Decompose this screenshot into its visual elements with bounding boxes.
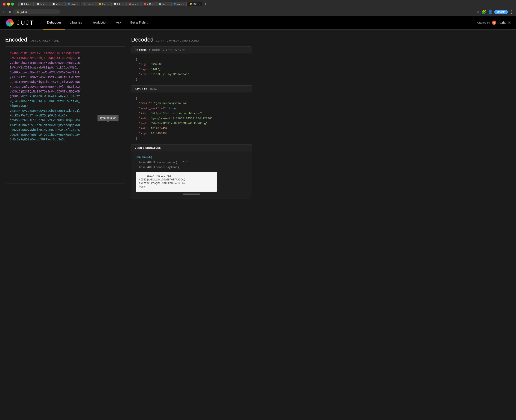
logo: JUJT [5, 18, 34, 27]
profile-icon[interactable]: 👤 [488, 10, 493, 14]
header-sublabel: ALGORITHM & TOKEN TYPE [149, 49, 185, 51]
browser-tab[interactable]: 🔧Use× [81, 2, 96, 6]
browser-tab[interactable]: 📧Inbo× [18, 2, 34, 6]
browser-tab[interactable]: 🔵solo× [65, 2, 80, 6]
lock-icon: 🔒 [16, 10, 19, 13]
verify-line2: base64UrlEncode(payload), [139, 166, 181, 169]
menu-icon[interactable]: ⋮ [509, 10, 513, 14]
browser-tab[interactable]: 📧Inbo× [34, 2, 49, 6]
logo-text: JUJT [17, 19, 34, 26]
auth0-logo-icon: A0 [492, 20, 497, 25]
verify-panel-body[interactable]: RSASHA256( base64UrlEncode(header) + "."… [131, 151, 252, 198]
nav-links: Debugger Libraries Introduction Ask Get … [43, 16, 477, 30]
payload-panel-body[interactable]: { "email": "jim.barton@solo.io", "email_… [131, 92, 252, 144]
star-icon[interactable]: ☆ [476, 10, 480, 14]
nav-link-ask[interactable]: Ask [112, 16, 126, 30]
pem-line1: -----BEGIN PUBLIC KEY----- [139, 174, 179, 178]
logo-icon [5, 18, 15, 27]
payload-section: PAYLOAD: DATA { "email": "jim.barton@sol… [131, 86, 252, 145]
encoded-title: Encoded [5, 36, 27, 43]
payload-email: jim.barton@solo.io [156, 102, 186, 105]
verify-line1: base64UrlEncode(header) + "." + [139, 161, 191, 164]
new-tab-button[interactable]: + [203, 2, 208, 6]
decoded-subtitle: EDIT THE PAYLOAD AND SECRET [156, 39, 200, 42]
verify-panel-header: VERIFY SIGNATURE [131, 144, 252, 151]
extension-icon[interactable]: 🧩 [482, 10, 486, 14]
back-button[interactable]: ‹ [3, 10, 4, 14]
jwt-dot-1: . [76, 56, 78, 60]
traffic-lights [3, 3, 14, 6]
decoded-panel: HEADER: ALGORITHM & TOKEN TYPE { "alg": … [131, 46, 252, 198]
jwt-sig-text: aNIIqKt85tOFiWdlbALlda8yxUkiJ0o2YwQlwlkT… [10, 95, 80, 142]
crafted-by-text: Crafted by [477, 21, 490, 24]
browser-tab[interactable]: 💬Mes× [50, 2, 65, 6]
nav-controls: ‹ › ↻ [3, 10, 11, 14]
update-button[interactable]: Update [494, 10, 508, 14]
type-of-token-tooltip: Type of token [98, 115, 118, 121]
browser-tab[interactable]: 🐙wor× [126, 2, 141, 6]
verify-label: VERIFY SIGNATURE [135, 147, 161, 149]
verify-section: VERIFY SIGNATURE RSASHA256( base64UrlEnc… [131, 144, 252, 198]
payload-iss: https://solo-io.us.auth0.com/ [152, 112, 201, 115]
payload-iat: 1614372494 [151, 127, 167, 130]
header-section: HEADER: ALGORITHM & TOKEN TYPE { "alg": … [131, 47, 252, 86]
browser-tab[interactable]: 🔴● C× [141, 2, 156, 6]
header-label: HEADER: [135, 49, 147, 51]
nav-right: Crafted by A0 Auth0 ⓘ [477, 20, 511, 25]
app-nav: JUJT Debugger Libraries Introduction Ask… [0, 16, 516, 30]
jwt-header-text: eyJhbGciOiJSUzI1NiIsInR5cCI6IkpXVCIsImtp… [10, 52, 80, 60]
browser-tabs: 📧Inbo× 📧Inbo× 💬Mes× 🔵solo× 🔧Use× 🟠App× 📊… [18, 2, 513, 6]
encoded-subtitle: PASTE A TOKEN HERE [30, 39, 59, 42]
decoded-header: Decoded EDIT THE PAYLOAD AND SECRET [131, 36, 252, 43]
payload-panel-header: PAYLOAD: DATA [131, 86, 252, 92]
scrollbar-hint [183, 194, 200, 195]
encoded-section: Encoded PASTE A TOKEN HERE Type of token… [5, 36, 126, 198]
jwt-payload-text: eyJlbWFpbCI6ImppbS5iYXJ0b25Ac29sby5pbyIs… [10, 56, 80, 98]
svg-text:A0: A0 [493, 22, 495, 24]
reload-button[interactable]: ↻ [8, 10, 11, 14]
address-bar[interactable]: 🔒 jwt.io [13, 9, 60, 14]
header-typ: JWT [152, 68, 157, 71]
payload-exp: 1614408494 [151, 132, 167, 135]
nav-link-tshirt[interactable]: Get a T-shirt! [126, 16, 153, 30]
decoded-section: Decoded EDIT THE PAYLOAD AND SECRET HEAD… [131, 36, 252, 198]
info-icon[interactable]: ⓘ [508, 21, 511, 25]
auth0-text: Auth0 [498, 21, 506, 24]
header-panel-header: HEADER: ALGORITHM & TOKEN TYPE [131, 47, 252, 53]
payload-aud: VbVSszXR8P1YzUi9Z3GNLedlbKcVQEtg [152, 122, 206, 125]
browser-tab[interactable]: 🌐gate× [171, 2, 187, 6]
pem-line2: MIIBIjANBgkqhkiG9w0BAQEFAAOCAQ [139, 178, 185, 181]
browser-tab[interactable]: 🟠App× [96, 2, 111, 6]
nav-link-debugger[interactable]: Debugger [43, 16, 65, 30]
nav-link-libraries[interactable]: Libraries [65, 16, 86, 30]
payload-label: PAYLOAD: [135, 88, 148, 90]
browser-tab-active[interactable]: 🔑JSC× [187, 2, 202, 6]
browser-actions: ☆ 🧩 👤 Update ⋮ [476, 10, 513, 14]
payload-email-verified: true [169, 107, 176, 110]
minimize-button[interactable] [7, 3, 10, 6]
forward-button[interactable]: › [5, 10, 7, 14]
public-key-box[interactable]: -----BEGIN PUBLIC KEY----- MIIBIjANBgkqh… [136, 172, 217, 192]
payload-sublabel: DATA [150, 88, 157, 90]
address-row: ‹ › ↻ 🔒 jwt.io ☆ 🧩 👤 Update ⋮ [0, 8, 516, 16]
browser-tab[interactable]: 📊Fitc× [111, 2, 126, 6]
browser-tab[interactable]: 🏢Istic× [156, 2, 171, 6]
main-content: Encoded PASTE A TOKEN HERE Type of token… [0, 30, 257, 205]
token-box[interactable]: Type of token eyJhbGciOiJSUzI1NiIsInR5cC… [5, 46, 126, 183]
header-panel-body[interactable]: { "alg": "RS256", "typ": "JWT", "kid": "… [131, 53, 252, 85]
maximize-button[interactable] [11, 3, 14, 6]
header-alg: RS256 [152, 63, 161, 66]
header-kid: l1C6Lcy1n1qSJPBluSBo3 [152, 73, 187, 76]
verify-fn-text: RSASHA256( [136, 156, 152, 159]
browser-chrome: 📧Inbo× 📧Inbo× 💬Mes× 🔵solo× 🔧Use× 🟠App× 📊… [0, 0, 516, 8]
encoded-header: Encoded PASTE A TOKEN HERE [5, 36, 126, 43]
decoded-title: Decoded [131, 36, 154, 43]
nav-link-introduction[interactable]: Introduction [86, 16, 112, 30]
pem-line3: 8AMIIBCgKCAQEArMBFdRGNvAYlXrQw [139, 182, 185, 185]
close-button[interactable] [3, 3, 6, 6]
pem-line4: 8V2B [139, 186, 145, 189]
payload-sub: google-oauth2|110331045321034492248 [152, 117, 211, 120]
url-text: jwt.io [21, 10, 27, 14]
